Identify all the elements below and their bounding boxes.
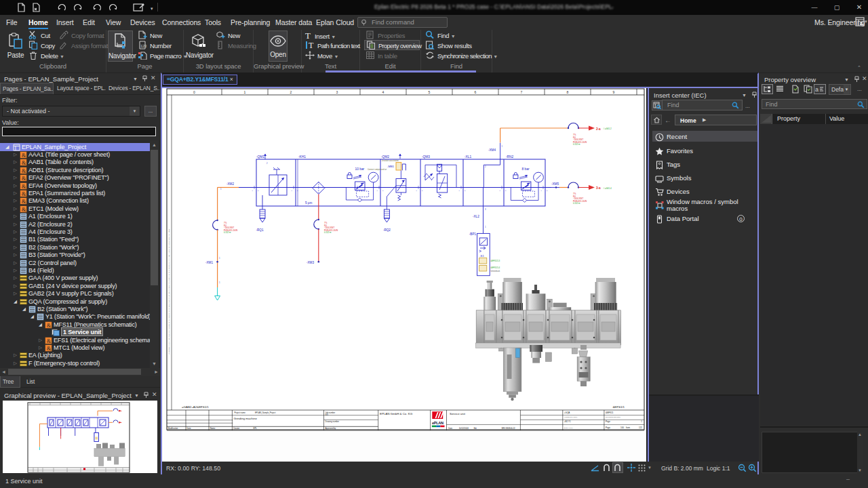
svg-text:-XM1: -XM1 (205, 261, 213, 264)
svg-text:-QM2: -QM2 (381, 155, 389, 159)
svg-text:Page: Page (606, 420, 610, 423)
svg-text:Protected by copyright. Passin: Protected by copyright. Passing on as we… (168, 228, 170, 354)
svg-text:10 bar: 10 bar (355, 167, 365, 171)
svg-text:7: 7 (521, 90, 523, 94)
svg-text:Name: Name (210, 427, 216, 430)
svg-text:0.112 m: 0.112 m (324, 231, 332, 234)
svg-text:2-a: 2-a (596, 127, 601, 131)
svg-text:Verantwortl.f.d.Seite: Verantwortl.f.d.Seite (564, 416, 578, 418)
svg-text:EPLAN_Sample_Project: EPLAN_Sample_Project (255, 411, 276, 414)
svg-text:&EFS1/1.4: &EFS1/1.4 (491, 266, 500, 269)
svg-text:Date: Date (187, 427, 191, 430)
svg-text:Pneumatics schematic: Pneumatics schematic (606, 416, 621, 418)
svg-text:-MB1: -MB1 (387, 165, 395, 168)
svg-text:-KH1: -KH1 (298, 155, 306, 159)
svg-text:10/12/2024: 10/12/2024 (459, 427, 469, 430)
svg-text:/ =G01.2: / =G01.2 (604, 127, 612, 130)
svg-text:&: & (22, 190, 26, 197)
svg-text:+B2.Y1: +B2.Y1 (564, 420, 571, 423)
svg-text:0.112 m: 0.112 m (224, 231, 231, 234)
svg-text:2: 2 (290, 90, 292, 94)
svg-text:-RQ1: -RQ1 (256, 228, 264, 232)
svg-text:Connect compressed air: Connect compressed air (368, 168, 387, 171)
svg-text:Modification: Modification (168, 427, 178, 430)
svg-text:100: 100 (620, 426, 624, 429)
svg-text:9: 9 (613, 90, 615, 94)
svg-text:Page: Page (606, 426, 610, 429)
svg-text:0.112 m: 0.112 m (573, 143, 580, 146)
svg-text:ePLAN: ePLAN (432, 421, 443, 425)
svg-text:&: & (47, 345, 52, 351)
svg-text:6: 6 (475, 90, 477, 94)
svg-text:3-a: 3-a (596, 186, 601, 190)
svg-text:EPL: EPL (254, 427, 258, 430)
svg-text:Service unit: Service unit (450, 412, 466, 415)
svg-text:&: & (47, 338, 52, 344)
svg-text:-XM5: -XM5 (551, 182, 559, 186)
svg-text:5: 5 (429, 90, 431, 94)
svg-text:Druckluft ausschalten: Druckluft ausschalten (382, 159, 399, 162)
svg-text:&: & (22, 206, 26, 212)
svg-text:SRV-W08L6L22: SRV-W08L6L22 (502, 427, 515, 430)
svg-text:&: & (47, 322, 52, 328)
svg-text:-RQ2: -RQ2 (383, 228, 391, 232)
svg-text:&: & (22, 167, 26, 174)
svg-text:8: 8 (567, 90, 569, 94)
svg-text:&EFS1/1.3: &EFS1/1.3 (491, 260, 500, 262)
svg-text:Creator: Creator (233, 427, 239, 430)
svg-text:-XL1: -XL1 (465, 155, 471, 159)
svg-text:+GQA: +GQA (564, 411, 570, 414)
svg-text:-XM3: -XM3 (307, 261, 314, 264)
svg-text:from: from (626, 426, 631, 429)
svg-text:-QM1: -QM1 (256, 155, 264, 159)
svg-text:-XL2: -XL2 (473, 215, 479, 218)
svg-text:0: 0 (193, 90, 195, 94)
svg-text:T: T (309, 41, 314, 49)
svg-text:EPLAN GmbH & Co. KG: EPLAN GmbH & Co. KG (380, 412, 413, 415)
svg-text:/ =G01.4: / =G01.4 (604, 187, 612, 190)
svg-text:&: & (22, 176, 26, 182)
svg-text:&: & (22, 152, 26, 158)
svg-text:-XM4: -XM4 (488, 148, 496, 152)
svg-text:5 µm: 5 µm (305, 201, 312, 205)
svg-text:a: a (815, 86, 818, 93)
svg-text:-BP1: -BP1 (469, 232, 477, 236)
svg-text:Approved by: Approved by (326, 427, 336, 430)
svg-text:=GAB2+A2&EFS1/1: =GAB2+A2&EFS1/1 (182, 405, 209, 409)
svg-text:-XM2: -XM2 (226, 182, 234, 186)
svg-text:Seitex "Vxxx": Seitex "Vxxx" (564, 427, 573, 428)
svg-text:123: 123 (140, 44, 147, 48)
svg-text:Date: Date (448, 427, 452, 430)
svg-text:8 bar: 8 bar (522, 167, 530, 171)
svg-text:Unterdruck: Unterdruck (491, 270, 500, 272)
svg-text:121: 121 (639, 426, 642, 429)
svg-text:-QM3: -QM3 (422, 155, 430, 159)
svg-text:Grinding machine: Grinding machine (234, 417, 258, 420)
svg-text:1: 1 (244, 90, 246, 94)
svg-text:-S1: -S1 (479, 254, 484, 258)
svg-text:0.112 m: 0.112 m (573, 202, 580, 205)
svg-text:-RN2: -RN2 (506, 155, 514, 159)
svg-text:&: & (22, 183, 26, 189)
svg-text:&EFS1/1: &EFS1/1 (612, 405, 625, 409)
svg-text:&MFS11: &MFS11 (606, 411, 614, 414)
svg-text:3: 3 (336, 90, 338, 94)
svg-text:001: 001 (326, 413, 329, 416)
svg-text:&: & (22, 199, 26, 205)
svg-text:&: & (22, 160, 26, 166)
svg-text:Drawing number: Drawing number (326, 420, 340, 423)
svg-text:Edi: Edi (474, 427, 477, 430)
svg-text:4: 4 (382, 90, 384, 94)
svg-text:Project name: Project name (234, 411, 245, 414)
